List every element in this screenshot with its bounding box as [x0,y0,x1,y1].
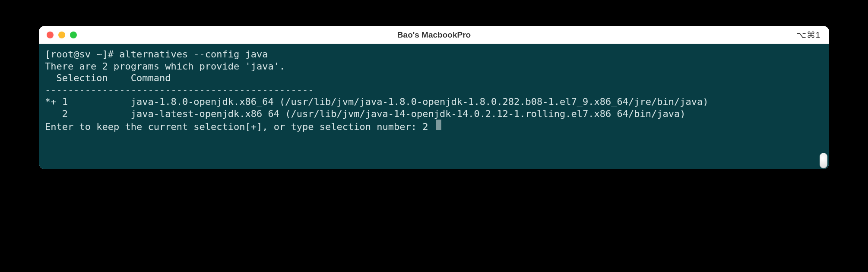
shell-prompt: [root@sv ~]# [45,49,119,60]
selection-input[interactable] [422,121,435,132]
input-prompt-line: Enter to keep the current selection[+], … [45,120,823,133]
traffic-lights [39,32,77,38]
typed-command: alternatives --config java [119,49,268,60]
close-button[interactable] [47,32,54,38]
table-divider: ----------------------------------------… [45,84,823,96]
zoom-button[interactable] [70,32,77,38]
table-row: 2 java-latest-openjdk.x86_64 (/usr/lib/j… [45,108,823,120]
selection-prompt: Enter to keep the current selection[+], … [45,121,422,133]
scrollbar[interactable] [819,44,828,169]
table-row: *+ 1 java-1.8.0-openjdk.x86_64 (/usr/lib… [45,96,823,108]
terminal-window: Bao's MacbookPro ⌥⌘1 [root@sv ~]# altern… [39,26,829,169]
titlebar: Bao's MacbookPro ⌥⌘1 [39,26,829,44]
cursor [436,120,441,130]
terminal-body[interactable]: [root@sv ~]# alternatives --config java … [39,44,829,169]
scroll-thumb[interactable] [820,153,827,168]
table-header: Selection Command [45,72,823,84]
shortcut-indicator: ⌥⌘1 [796,30,820,40]
command-line: [root@sv ~]# alternatives --config java [45,48,823,60]
minimize-button[interactable] [58,32,65,38]
window-title: Bao's MacbookPro [397,30,471,40]
output-intro: There are 2 programs which provide 'java… [45,60,823,73]
